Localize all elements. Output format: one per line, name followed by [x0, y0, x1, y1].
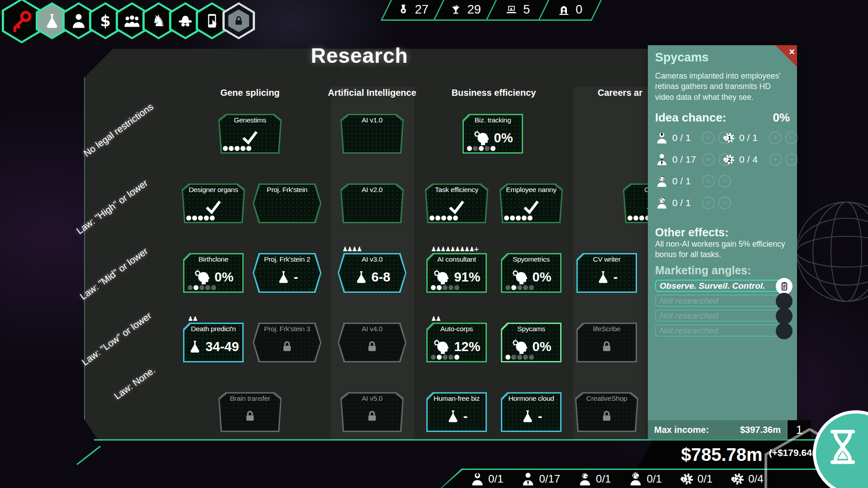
idea-chance-label: Idea chance: [655, 111, 726, 125]
toolbar-button-lock[interactable] [222, 2, 255, 39]
progress-dot [517, 355, 522, 360]
node-value: - [538, 409, 542, 424]
flask-icon [43, 12, 61, 29]
research-node-ai-consultant[interactable]: AI consultant91%♟♟♟♟♟♟♟♟♟+ [426, 253, 487, 293]
research-node-spyometrics[interactable]: Spyometrics0% [501, 253, 561, 293]
research-node-birthclone[interactable]: Birthclone0% [183, 253, 244, 293]
marketing-slot-3: Not researched [655, 310, 790, 322]
research-node-proj-frkstein3[interactable]: Proj. Frk'stein 3 [253, 323, 321, 362]
flask-icon [596, 268, 610, 286]
node-value: - [294, 270, 298, 285]
progress-dot [448, 285, 453, 290]
research-node-spycams[interactable]: Spycams0% [501, 323, 561, 362]
lock-icon [365, 409, 379, 423]
research-node-ai1[interactable]: AI v1.0 [340, 114, 404, 154]
research-node-auto-corps[interactable]: Auto-corps12%♟♟ [426, 323, 487, 362]
svg-text:1: 1 [727, 134, 731, 141]
research-node-human-free-biz[interactable]: Human-free biz- [426, 392, 487, 432]
research-node-brain-transfer[interactable]: Brain transfer [218, 392, 282, 432]
node-label: Employee nanny [500, 186, 563, 194]
increase-button[interactable]: + [702, 197, 715, 209]
fast-forward-button[interactable] [813, 410, 868, 488]
marketing-angles-label: Marketing angles: [655, 264, 790, 277]
research-node-hormone-cloud[interactable]: Hormone cloud- [501, 392, 561, 432]
progress-dot [241, 146, 245, 151]
research-node-genestims[interactable]: Genestims [218, 114, 282, 154]
progress-dot [491, 146, 495, 151]
increase-button[interactable]: + [769, 131, 782, 144]
column-header-3: Business efficiency [452, 88, 536, 98]
requirement-row: 0 / 1+− [655, 196, 790, 214]
progress-dots [504, 216, 533, 221]
research-node-proj-frkstein2[interactable]: Proj. Frk'stein 2- [253, 253, 321, 293]
research-node-ai3[interactable]: AI v3.06-8♟♟♟♟ [338, 253, 406, 293]
increase-button[interactable]: + [769, 153, 782, 166]
increase-button[interactable]: + [702, 153, 715, 166]
research-node-employee-nanny[interactable]: Employee nanny [500, 183, 563, 223]
progress-dot [479, 146, 484, 151]
research-node-lifescribe[interactable]: lifeScribe [576, 323, 637, 362]
node-label: Spycams [501, 325, 561, 333]
progress-dot [453, 216, 458, 221]
progress-dot [639, 216, 644, 221]
arch-icon [558, 4, 570, 16]
brain-gear-2-icon: 2 [722, 153, 736, 166]
node-label: Proj. Frk'stein [253, 186, 321, 194]
node-label: Human-free biz [426, 394, 487, 403]
progress-dot [431, 285, 436, 290]
decrease-button[interactable]: − [785, 153, 798, 166]
progress-dot [429, 216, 434, 221]
progress-dot [454, 285, 459, 290]
research-node-ai4[interactable]: AI v4.0 [338, 323, 406, 362]
research-node-death-predictn[interactable]: Death predict'n34-49♟♟ [183, 323, 244, 362]
research-node-ai2[interactable]: AI v2.0 [340, 183, 404, 223]
progress-dot [529, 285, 534, 290]
increase-button[interactable]: + [702, 131, 715, 144]
progress-dot [448, 355, 453, 360]
svg-text:$: $ [100, 12, 110, 29]
clipboard-button[interactable] [776, 278, 793, 295]
progress-dot [204, 216, 209, 221]
node-value: 0% [533, 270, 552, 285]
marketing-slot-text: Observe. Surveil. Control. [660, 281, 765, 291]
flask-icon [188, 338, 202, 355]
progress-dot [437, 285, 442, 290]
medal-icon [397, 4, 410, 16]
research-node-proj-frkstein[interactable]: Proj. Frk'stein [253, 183, 321, 223]
research-node-cv-writer[interactable]: CV writer- [576, 253, 637, 293]
progress-dot [510, 216, 515, 221]
column-header-1: Gene splicing [220, 88, 279, 98]
idea-head-icon [511, 338, 529, 356]
requirement-row: 0 / 1+−10 / 1+− [655, 131, 790, 149]
node-value: - [613, 270, 618, 285]
research-node-task-efficiency[interactable]: Task efficiency [425, 183, 488, 223]
close-button[interactable]: × [775, 45, 797, 67]
progress-dot [443, 285, 448, 290]
progress-dots [505, 355, 534, 360]
node-label: Task efficiency [425, 186, 488, 194]
node-value: 0% [215, 270, 234, 285]
other-effects-text: All non-AI workers gain 5% efficiency bo… [655, 239, 789, 260]
research-node-designer-organs[interactable]: Designer organs [182, 183, 245, 223]
empty-slot-circle [776, 308, 793, 324]
divider-line [94, 439, 868, 441]
decrease-button[interactable]: − [718, 175, 731, 188]
requirement-person-bigbrain: 0 / 1+− [655, 196, 731, 210]
bottom-stat-person-tie: 0/17 [520, 471, 560, 487]
decrease-button[interactable]: − [718, 197, 731, 209]
plus-sign: + [474, 245, 479, 253]
research-node-biz-tracking[interactable]: Biz. tracking0% [462, 114, 523, 154]
requirement-brain-gear-2: 20 / 4+− [722, 153, 798, 166]
divider-line-slant [76, 446, 101, 465]
progress-dot [437, 355, 442, 360]
person-tie-icon [655, 153, 669, 166]
increase-button[interactable]: + [702, 175, 715, 188]
progress-dot [511, 355, 516, 360]
people-icon [123, 12, 141, 29]
decrease-button[interactable]: − [785, 131, 798, 144]
research-node-ai5[interactable]: AI v5.0 [340, 392, 404, 432]
marketing-slot-1[interactable]: Observe. Surveil. Control. [655, 280, 790, 292]
lock-icon [280, 339, 294, 354]
progress-dot [443, 355, 448, 360]
research-node-creativeshop[interactable]: CreativeShop [575, 392, 638, 432]
